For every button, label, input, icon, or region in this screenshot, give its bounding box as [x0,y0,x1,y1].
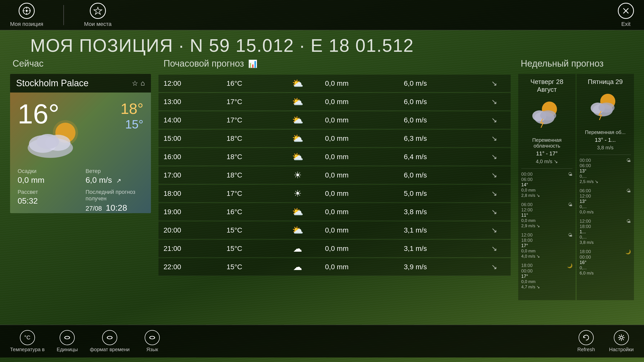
last-forecast-value: 27/08 10:28 [86,203,143,213]
hourly-temp: 17°C [222,111,275,129]
hourly-temp: 16°C [222,203,275,221]
hourly-wind: 3,1 m/s [399,221,477,239]
card-header: Stockholm Palace ☆ ⌂ [10,74,151,93]
temp-label: Температура в [10,347,45,352]
list-item: 22:00 15°C ☁ 0,0 mm 3,9 m/s ↘ [158,258,511,276]
hourly-precip: 0,0 mm [320,203,399,221]
day-weather-icon [580,89,631,126]
temp-range: 18° 15° [120,100,143,131]
day-time-rows: 00:00 🌤 06:00 14° 0,0 mm 2,8 m/s ↘ 06:00… [521,168,573,290]
weekly-forecast-panel: Недельный прогноз Четверг 28 Август Пере… [518,58,634,325]
hourly-temp: 18°C [222,148,275,166]
time-range: 00:00 🌤 [521,172,573,177]
hourly-precip: 0,0 mm [320,166,399,184]
hourly-icon: ⛅ [275,75,320,92]
exit-label: Exit [621,21,631,27]
my-location-label: Моя позиция [10,21,43,27]
chart-icon: 📊 [248,59,257,68]
hourly-precip: 0,0 mm [320,258,399,276]
hourly-wind-dir: ↘ [477,166,511,184]
time-details: 1... 0,... 3,8 m/s [580,229,631,245]
weekly-days-container: Четверг 28 Август Переменная облачность … [518,74,634,300]
units-button[interactable]: Единицы [55,330,80,352]
hourly-icon: ☀ [275,166,320,184]
top-bar: Моя позиция Мои места Exit [0,0,644,30]
exit-button[interactable]: Exit [618,3,634,27]
exit-icon [618,3,634,19]
list-item: 17:00 18°C ☀ 0,0 mm 6,0 m/s ↘ [158,166,511,184]
bottom-bar-right: Refresh Настройки [574,330,634,352]
top-bar-right: Exit [618,3,634,27]
language-button[interactable]: Язык [140,330,165,352]
time-format-icon [102,330,117,345]
hourly-temp: 15°C [222,221,275,239]
time-range: 00:00 🌤 [580,158,631,163]
my-location-button[interactable]: Моя позиция [10,3,43,27]
svg-point-14 [36,134,59,149]
my-places-label: Мои места [84,21,112,27]
hourly-temp: 17°C [222,93,275,111]
weekly-section-label: Недельный прогноз [518,58,634,69]
hourly-time: 14:00 [158,111,222,129]
table-row: 18:00 🌙 00:00 16° 0,... 6,0 m/s [580,249,631,276]
time-range: 12:00 🌤 [521,233,573,238]
celsius-icon: °C [20,330,35,345]
day-temps: 13° - 1... [580,137,631,143]
hourly-precip: 0,0 mm [320,185,399,202]
location-name: Stockholm Palace [16,78,89,88]
list-item: 12:00 16°C ⛅ 0,0 mm 6,0 m/s ↘ [158,75,511,92]
list-item: 18:00 17°C ☀ 0,0 mm 5,0 m/s ↘ [158,185,511,202]
settings-button[interactable]: Настройки [609,330,634,352]
hourly-wind: 6,0 m/s [399,93,477,111]
hourly-time: 22:00 [158,258,222,276]
hourly-time: 19:00 [158,203,222,221]
hourly-icon: ☁ [275,240,320,257]
hourly-icon: ⛅ [275,93,320,111]
refresh-button[interactable]: Refresh [574,330,599,352]
favorite-icon[interactable]: ☆ [132,79,138,87]
list-item: 15:00 18°C ⛅ 0,0 mm 6,3 m/s ↘ [158,130,511,147]
hourly-wind-dir: ↘ [477,203,511,221]
time-details: 14° 0,0 mm 2,8 m/s ↘ [521,182,573,198]
sunrise-value: 05:32 [18,196,75,206]
main-content: Сейчас Stockholm Palace ☆ ⌂ 16° 18° 15° [0,58,644,325]
weather-illustration [25,118,88,163]
hourly-wind-dir: ↘ [477,258,511,276]
hourly-precip: 0,0 mm [320,93,399,111]
temp-low: 15° [120,117,143,131]
day-column: Пятница 29 Переменная об... 13° - 1... 3… [577,74,634,300]
language-label: Язык [146,347,158,352]
list-item: 19:00 16°C ⛅ 0,0 mm 3,8 m/s ↘ [158,203,511,221]
hourly-temp: 18°C [222,166,275,184]
table-row: 00:00 🌤 06:00 13° 0,... 2,5 m/s ↘ [580,158,631,184]
table-row: 06:00 🌤 12:00 11° 0,0 mm 2,9 m/s ↘ [521,202,573,229]
hourly-wind: 6,3 m/s [399,130,477,147]
time-end: 12:00 [521,207,573,213]
units-icon [60,330,75,345]
time-details: 17° 0,0 mm 4,7 m/s ↘ [521,274,573,290]
my-places-button[interactable]: Мои места [84,3,112,27]
hourly-wind-dir: ↘ [477,93,511,111]
day-column: Четверг 28 Август Переменная облачность … [518,74,576,300]
time-details: 17° 0,0 mm 4,0 m/s ↘ [521,243,573,259]
time-format-button[interactable]: формат времени [90,330,130,352]
hourly-wind: 6,0 m/s [399,75,477,92]
settings-icon [614,330,629,345]
time-range: 18:00 🌙 [580,249,631,255]
day-time-rows: 00:00 🌤 06:00 13° 0,... 2,5 m/s ↘ 06:00 … [580,155,631,276]
detail-row-1: Осадки 0,0 mm Ветер 6,0 m/s ↗ [18,168,143,185]
hourly-wind: 6,0 m/s [399,166,477,184]
table-row: 00:00 🌤 06:00 14° 0,0 mm 2,8 m/s ↘ [521,172,573,198]
last-forecast-detail: Последний прогноз получен 27/08 10:28 [86,189,143,213]
time-end: 06:00 [521,177,573,182]
bottom-bar: °C Температура в Единицы [0,325,644,357]
temperature-unit-button[interactable]: °C Температура в [10,330,45,352]
hourly-wind: 3,1 m/s [399,240,477,257]
language-icon [145,330,160,345]
time-details: 13° 0,... 2,5 m/s ↘ [580,168,631,184]
top-divider [63,5,64,25]
home-icon[interactable]: ⌂ [141,79,145,87]
svg-point-23 [620,336,623,339]
table-row: 12:00 🌤 18:00 17° 0,0 mm 4,0 m/s ↘ [521,233,573,259]
hourly-wind-dir: ↘ [477,75,511,92]
